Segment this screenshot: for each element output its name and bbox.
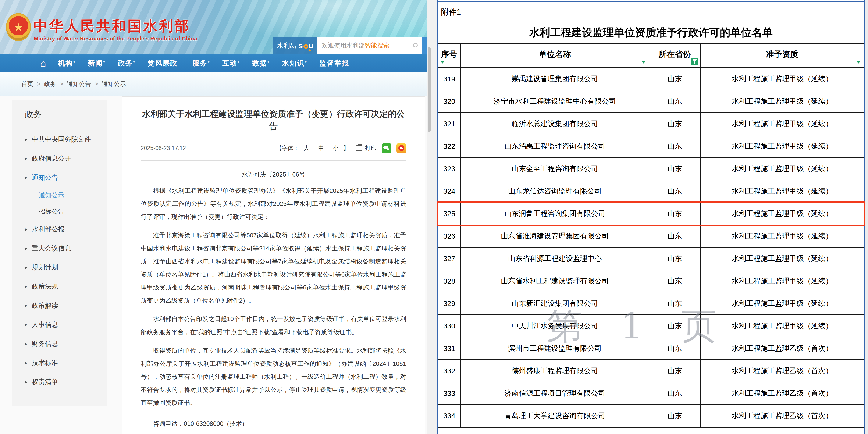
cell-province[interactable]: 山东 xyxy=(649,68,701,90)
sidebar-item[interactable]: ▶ 通知公告 xyxy=(12,168,107,187)
weibo-share-icon[interactable] xyxy=(397,143,406,153)
cell-company-name[interactable]: 济宁市水利工程建设监理中心有限公司 xyxy=(461,90,649,113)
font-size-option[interactable]: 大 xyxy=(304,144,309,152)
cell-serial[interactable]: 332 xyxy=(438,360,461,382)
cell-company-name[interactable]: 德州盛康工程监理有限公司 xyxy=(461,360,649,382)
breadcrumb-item[interactable]: 首页 xyxy=(21,81,33,87)
cell-qualification[interactable]: 水利工程施工监理乙级（首次） xyxy=(701,405,864,427)
breadcrumb-item[interactable]: 政务 xyxy=(44,81,56,87)
cell-company-name[interactable]: 山东省科源工程建设监理中心 xyxy=(461,248,649,270)
cell-serial[interactable]: 325 xyxy=(438,203,461,225)
sidebar-item[interactable]: ▶ 政府信息公开 xyxy=(12,149,107,168)
cell-company-name[interactable]: 滨州市工程建设监理有限公司 xyxy=(461,337,649,360)
cell-qualification[interactable]: 水利工程施工监理甲级（延续） xyxy=(701,248,864,270)
sidebar-item[interactable]: ▶ 水利部公报 xyxy=(12,220,107,239)
cell-qualification[interactable]: 水利工程施工监理甲级（延续） xyxy=(701,90,864,113)
cell-qualification[interactable]: 水利工程施工监理甲级（延续） xyxy=(701,315,864,337)
cell-qualification[interactable]: 水利工程施工监理甲级（延续） xyxy=(701,203,864,225)
cell-qualification[interactable]: 水利工程施工监理甲级（延续） xyxy=(701,158,864,180)
cell-company-name[interactable]: 山东省淮海建设管理集团有限公司 xyxy=(461,225,649,248)
cell-serial[interactable]: 320 xyxy=(438,90,461,113)
cell-qualification[interactable]: 水利工程施工监理甲级（延续） xyxy=(701,270,864,292)
cell-serial[interactable]: 319 xyxy=(438,68,461,90)
voice-search-icon[interactable] xyxy=(413,43,418,48)
cell-serial[interactable]: 326 xyxy=(438,225,461,248)
cell-qualification[interactable]: 水利工程施工监理甲级（延续） xyxy=(701,113,864,135)
cell-company-name[interactable]: 崇禹建设管理集团有限公司 xyxy=(461,68,649,90)
sidebar-item[interactable]: ▶ 中共中央国务院文件 xyxy=(12,130,107,149)
printer-icon[interactable] xyxy=(356,145,362,151)
breadcrumb-item[interactable]: 通知公告 xyxy=(66,81,91,87)
sidebar-item[interactable]: ▶ 政策法规 xyxy=(12,277,107,296)
cell-serial[interactable]: 333 xyxy=(438,382,461,405)
table-row[interactable]: 326 山东省淮海建设管理集团有限公司 山东 水利工程施工监理甲级（延续） xyxy=(438,225,864,248)
nav-item[interactable]: 党风廉政▾ xyxy=(148,59,180,68)
cell-province[interactable]: 山东 xyxy=(649,360,701,382)
cell-province[interactable]: 山东 xyxy=(649,270,701,292)
cell-qualification[interactable]: 水利工程施工监理乙级（首次） xyxy=(701,360,864,382)
sidebar-item[interactable]: ▶ 通知公示 xyxy=(12,187,107,204)
breadcrumb-item[interactable]: 通知公示 xyxy=(101,81,126,87)
table-row[interactable]: 330 中天川江水务发展有限公司 山东 水利工程施工监理甲级（延续） xyxy=(438,315,864,337)
sidebar-item[interactable]: ▶ 财务信息 xyxy=(12,334,107,353)
print-button[interactable]: 打印 xyxy=(365,144,377,152)
cell-serial[interactable]: 331 xyxy=(438,337,461,360)
sidebar-item[interactable]: ▶ 权责清单 xyxy=(12,372,107,392)
cell-province[interactable]: 山东 xyxy=(649,225,701,248)
table-row[interactable]: 329 山东新汇建设集团有限公司 山东 水利工程施工监理甲级（延续） xyxy=(438,292,864,315)
cell-province[interactable]: 山东 xyxy=(649,180,701,203)
cell-province[interactable]: 山东 xyxy=(649,337,701,360)
cell-serial[interactable]: 330 xyxy=(438,315,461,337)
sidebar-item[interactable]: ▶ 政策解读 xyxy=(12,296,107,315)
column-header[interactable]: 单位名称 xyxy=(461,44,649,68)
table-row[interactable]: 322 山东鸿禹工程监理咨询有限公司 山东 水利工程施工监理甲级（延续） xyxy=(438,135,864,158)
table-row[interactable]: 319 崇禹建设管理集团有限公司 山东 水利工程施工监理甲级（延续） xyxy=(438,68,864,90)
attachment-cell[interactable]: 附件1 xyxy=(438,2,864,22)
search-submit-button[interactable]: 确定 xyxy=(422,37,427,54)
cell-serial[interactable]: 323 xyxy=(438,158,461,180)
cell-province[interactable]: 山东 xyxy=(649,203,701,225)
table-row[interactable]: 332 德州盛康工程监理有限公司 山东 水利工程施工监理乙级（首次） xyxy=(438,360,864,382)
table-row[interactable]: 334 青岛理工大学建设咨询有限公司 山东 水利工程施工监理乙级（首次） xyxy=(438,405,864,427)
table-row[interactable]: 328 山东省水利工程建设监理有限公司 山东 水利工程施工监理甲级（延续） xyxy=(438,270,864,292)
nav-item[interactable]: 机构▾ xyxy=(58,59,76,68)
sidebar-item[interactable]: ▶ 规划计划 xyxy=(12,258,107,277)
scrollbar-thumb[interactable] xyxy=(428,47,431,132)
cell-company-name[interactable]: 中天川江水务发展有限公司 xyxy=(461,315,649,337)
cell-serial[interactable]: 334 xyxy=(438,405,461,427)
cell-qualification[interactable]: 水利工程施工监理甲级（延续） xyxy=(701,180,864,203)
cell-company-name[interactable]: 青岛理工大学建设咨询有限公司 xyxy=(461,405,649,427)
table-row[interactable]: 333 济南信源工程项目管理有限公司 山东 水利工程施工监理乙级（首次） xyxy=(438,382,864,405)
cell-company-name[interactable]: 山东龙信达咨询监理有限公司 xyxy=(461,180,649,203)
table-row[interactable]: 323 山东金至工程咨询有限公司 山东 水利工程施工监理甲级（延续） xyxy=(438,158,864,180)
cell-province[interactable]: 山东 xyxy=(649,382,701,405)
cell-qualification[interactable]: 水利工程施工监理乙级（首次） xyxy=(701,337,864,360)
cell-province[interactable]: 山东 xyxy=(649,158,701,180)
sidebar-item[interactable]: ▶ 人事信息 xyxy=(12,315,107,334)
nav-item[interactable]: 互动▾ xyxy=(222,59,240,68)
cell-qualification[interactable]: 水利工程施工监理甲级（延续） xyxy=(701,135,864,158)
font-size-option[interactable]: 中 xyxy=(318,144,324,152)
cell-serial[interactable]: 322 xyxy=(438,135,461,158)
filter-button[interactable] xyxy=(640,59,647,65)
nav-item[interactable]: 新闻▾ xyxy=(88,59,105,68)
search-input[interactable]: 欢迎使用水利部智能搜索 xyxy=(317,37,422,54)
cell-company-name[interactable]: 山东金至工程咨询有限公司 xyxy=(461,158,649,180)
sidebar-item[interactable]: ▶ 招标公告 xyxy=(12,204,107,220)
sidebar-item[interactable]: ▶ 技术标准 xyxy=(12,353,107,372)
filter-button[interactable] xyxy=(439,59,446,65)
cell-serial[interactable]: 329 xyxy=(438,292,461,315)
home-icon[interactable]: ⌂ xyxy=(40,58,46,68)
table-row[interactable]: 327 山东省科源工程建设监理中心 山东 水利工程施工监理甲级（延续） xyxy=(438,248,864,270)
wechat-share-icon[interactable] xyxy=(382,143,392,153)
column-header[interactable]: 准予资质 xyxy=(701,44,864,68)
sheet-title[interactable]: 水利工程建设监理单位资质准予行政许可的单位名单 xyxy=(438,22,864,43)
browser-scrollbar[interactable] xyxy=(427,0,437,434)
filter-button[interactable] xyxy=(691,58,699,65)
nav-item[interactable]: 政务▾ xyxy=(118,59,135,68)
nav-item[interactable]: 监督举报▾ xyxy=(319,59,352,68)
nav-item[interactable]: 服务▾ xyxy=(192,59,210,68)
cell-province[interactable]: 山东 xyxy=(649,405,701,427)
cell-province[interactable]: 山东 xyxy=(649,135,701,158)
cell-serial[interactable]: 328 xyxy=(438,270,461,292)
